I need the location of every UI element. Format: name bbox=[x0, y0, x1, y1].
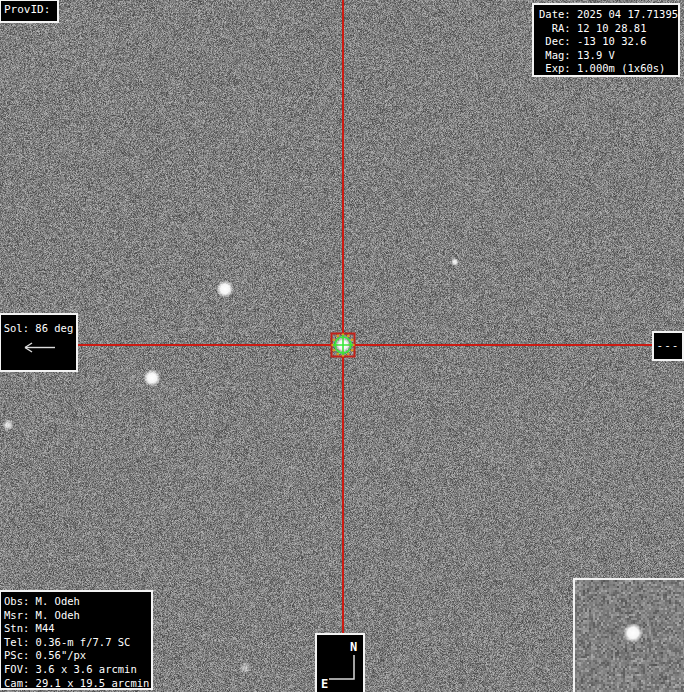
compass-axes-icon: N E bbox=[317, 635, 363, 690]
compass-north-label: N bbox=[350, 640, 357, 654]
track-marker-box: --- bbox=[652, 331, 684, 361]
site-info-box: Obs: M. Odeh Msr: M. Odeh Stn: M44 Tel: … bbox=[0, 590, 153, 690]
provid-box: ProvID: bbox=[0, 0, 59, 23]
track-marker-label: --- bbox=[657, 339, 680, 352]
astrometry-viewer: ProvID: Date: 2025 04 17.71395 RA: 12 10… bbox=[0, 0, 684, 692]
site-info-text: Obs: M. Odeh Msr: M. Odeh Stn: M44 Tel: … bbox=[4, 595, 151, 690]
compass-east-label: E bbox=[321, 677, 328, 690]
compass-box: N E bbox=[315, 633, 365, 692]
west-arrow-icon bbox=[19, 341, 59, 354]
observation-info-text: Date: 2025 04 17.71395 RA: 12 10 28.81 D… bbox=[539, 8, 678, 76]
observation-info-box: Date: 2025 04 17.71395 RA: 12 10 28.81 D… bbox=[532, 3, 680, 77]
sun-angle-label: Sol: 86 deg bbox=[4, 322, 74, 334]
target-zoom-inset bbox=[573, 578, 684, 692]
sun-angle-box: Sol: 86 deg bbox=[0, 313, 78, 372]
provid-label: ProvID: bbox=[4, 3, 50, 16]
